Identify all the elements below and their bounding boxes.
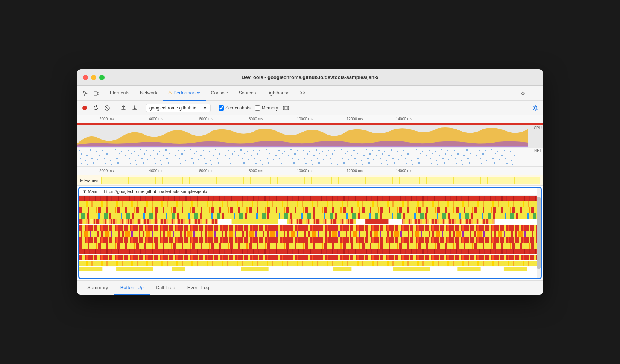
svg-text:8000 ms: 8000 ms: [249, 169, 263, 173]
svg-rect-8: [287, 107, 288, 109]
svg-rect-95: [119, 153, 120, 154]
close-button[interactable]: [83, 75, 88, 80]
svg-rect-19: [79, 150, 80, 151]
maximize-button[interactable]: [99, 75, 105, 80]
svg-rect-115: [244, 153, 245, 154]
tab-network[interactable]: Network: [135, 86, 163, 101]
svg-rect-163: [104, 158, 105, 159]
svg-rect-226: [499, 159, 500, 160]
svg-rect-122: [288, 155, 289, 156]
svg-rect-164: [110, 160, 111, 161]
svg-rect-120: [275, 155, 277, 156]
svg-point-2: [82, 106, 87, 110]
tab-summary[interactable]: Summary: [81, 281, 114, 295]
memory-checkbox[interactable]: Memory: [255, 105, 278, 111]
tab-bottom-up[interactable]: Bottom-Up: [114, 281, 150, 295]
svg-rect-116: [251, 155, 252, 156]
svg-rect-22: [96, 151, 97, 152]
traffic-lights: [83, 75, 105, 80]
url-dropdown[interactable]: googlechrome.github.io ... ▼: [146, 104, 211, 112]
svg-rect-221: [467, 158, 469, 159]
svg-rect-244: [174, 164, 175, 164]
tab-sources[interactable]: Sources: [233, 86, 261, 101]
tab-performance[interactable]: ⚠ Performance: [163, 86, 206, 101]
svg-rect-21: [90, 149, 91, 151]
svg-rect-145: [432, 153, 433, 154]
svg-rect-364: [457, 267, 480, 271]
main-section-header[interactable]: ▼ Main — https://googlechrome.github.io/…: [79, 188, 541, 196]
device-toggle-icon[interactable]: [91, 88, 102, 99]
net-label: NET: [534, 149, 542, 153]
svg-rect-220: [461, 160, 462, 161]
svg-text:14000 ms: 14000 ms: [396, 117, 412, 121]
svg-rect-152: [476, 155, 477, 156]
svg-rect-61: [341, 149, 342, 150]
svg-rect-193: [292, 158, 293, 159]
tab-console[interactable]: Console: [206, 86, 234, 101]
svg-rect-77: [441, 149, 442, 150]
svg-rect-292: [475, 164, 476, 164]
svg-rect-113: [232, 153, 233, 155]
svg-rect-298: [512, 164, 513, 165]
svg-rect-233: [105, 163, 106, 164]
screenshots-checkbox[interactable]: Screenshots: [219, 105, 251, 111]
svg-rect-155: [495, 153, 496, 154]
svg-rect-98: [138, 155, 139, 156]
svg-rect-216: [436, 160, 437, 161]
svg-text:14000 ms: 14000 ms: [396, 169, 412, 173]
svg-rect-258: [262, 164, 263, 165]
net-chart[interactable]: NET: [77, 148, 543, 167]
warning-icon: ⚠: [168, 90, 172, 96]
settings-icon[interactable]: ⚙: [518, 88, 528, 99]
record-button[interactable]: [80, 103, 90, 113]
svg-rect-94: [112, 155, 113, 155]
capture-settings-button[interactable]: [530, 103, 540, 113]
svg-rect-214: [424, 159, 424, 160]
upload-button[interactable]: [119, 103, 128, 113]
tab-call-tree[interactable]: Call Tree: [150, 281, 181, 295]
memory-icon[interactable]: [281, 103, 291, 113]
svg-rect-157: [508, 153, 508, 154]
window-title: DevTools - googlechrome.github.io/devtoo…: [242, 74, 378, 80]
frames-row[interactable]: ▶ Frames: [77, 175, 543, 186]
svg-rect-24: [109, 150, 109, 151]
minimize-button[interactable]: [91, 75, 96, 80]
svg-rect-23: [102, 150, 103, 151]
cpu-chart[interactable]: CPU: [77, 125, 543, 148]
svg-rect-208: [386, 160, 387, 161]
svg-rect-125: [307, 153, 308, 155]
svg-rect-82: [473, 151, 473, 152]
flame-chart[interactable]: [79, 196, 541, 278]
svg-rect-0: [94, 91, 97, 95]
devtools-window: DevTools - googlechrome.github.io/devtoo…: [77, 69, 543, 295]
svg-rect-293: [481, 163, 482, 164]
svg-rect-343: [79, 201, 541, 207]
titlebar: DevTools - googlechrome.github.io/devtoo…: [77, 69, 543, 86]
tab-event-log[interactable]: Event Log: [181, 281, 216, 295]
svg-rect-126: [313, 155, 315, 156]
svg-rect-154: [489, 155, 489, 155]
svg-rect-38: [196, 151, 197, 152]
more-options-icon[interactable]: ⋮: [530, 88, 540, 99]
svg-rect-138: [388, 155, 390, 156]
tab-elements[interactable]: Elements: [105, 86, 135, 101]
svg-rect-168: [135, 160, 136, 161]
svg-rect-99: [144, 153, 145, 155]
svg-text:12000 ms: 12000 ms: [346, 169, 363, 173]
svg-rect-151: [470, 153, 471, 154]
clear-button[interactable]: [102, 103, 112, 113]
top-ruler[interactable]: 2000 ms 4000 ms 6000 ms 8000 ms 10000 ms…: [77, 115, 543, 123]
timeline-ruler[interactable]: 2000 ms 4000 ms 6000 ms 8000 ms 10000 ms…: [77, 167, 543, 175]
svg-rect-358: [79, 267, 102, 271]
svg-rect-274: [362, 164, 363, 165]
svg-rect-192: [286, 160, 286, 161]
tab-lighthouse[interactable]: Lighthouse: [261, 86, 295, 101]
tab-more[interactable]: >>: [295, 86, 311, 101]
svg-rect-81: [466, 149, 468, 151]
cursor-icon[interactable]: [80, 88, 90, 99]
reload-button[interactable]: [91, 103, 101, 113]
download-button[interactable]: [130, 103, 140, 113]
svg-rect-254: [237, 164, 237, 165]
svg-text:12000 ms: 12000 ms: [346, 117, 363, 121]
svg-text:2000 ms: 2000 ms: [99, 117, 114, 121]
